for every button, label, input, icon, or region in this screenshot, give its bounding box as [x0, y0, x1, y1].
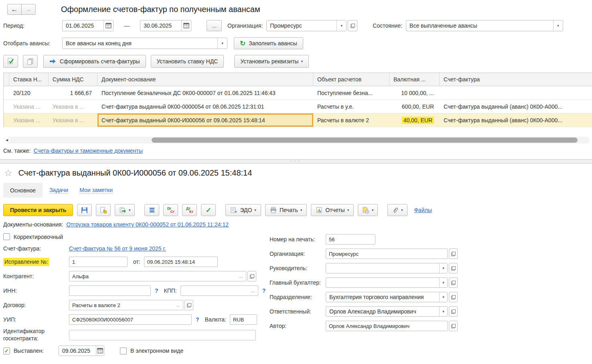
uip-input[interactable]: СФ25060К00И000056007	[69, 314, 192, 325]
favorite-star-icon[interactable]: ☆	[4, 168, 12, 178]
copy-pages-button[interactable]	[23, 55, 38, 68]
set-vat-rate-button[interactable]: Установить ставку НДС	[151, 55, 224, 68]
col-doc[interactable]: Документ-основание	[97, 73, 313, 86]
choose-icon[interactable]: ...	[237, 273, 243, 279]
manager-select[interactable]: ▾	[326, 263, 448, 273]
period-from-field[interactable]: 01.06.2025	[62, 20, 114, 31]
scrollbar-thumb[interactable]	[152, 138, 578, 143]
choose-icon[interactable]: ...	[174, 302, 180, 308]
reports-button[interactable]: Отчеты ▾	[311, 204, 354, 216]
kpp-input[interactable]: ...	[180, 285, 258, 296]
periodic-documents-button[interactable]: ▾	[358, 204, 378, 216]
cell-invoice[interactable]: Счет-фактура выданный (аванс) 0К00-А000.…	[440, 100, 592, 113]
col-object[interactable]: Объект расчетов	[313, 73, 389, 86]
cell-currency[interactable]: 10 000,00, ...	[389, 86, 440, 99]
author-open-button[interactable]	[449, 321, 458, 331]
state-select[interactable]: Все выплаченные авансы ▾	[406, 20, 563, 31]
register-records-button[interactable]	[144, 204, 159, 216]
contract-input[interactable]: Расчеты в валюте 2 ...	[69, 300, 183, 310]
fill-advances-button[interactable]: ↻ Заполнить авансы	[234, 37, 303, 49]
cell-vat[interactable]: Указана в ...	[49, 100, 97, 113]
organization-open-button[interactable]	[348, 20, 357, 31]
organization-select[interactable]: Промресурс ▾	[266, 20, 347, 31]
organization-value[interactable]: Промресурс	[267, 20, 337, 31]
chevron-down-icon[interactable]: ▾	[553, 20, 563, 31]
issued-checkbox[interactable]: ✓	[3, 348, 10, 354]
department-select[interactable]: Бухгалтерия торгового направления ▾	[326, 292, 448, 302]
help-icon[interactable]: ?	[155, 287, 158, 294]
cell-object[interactable]: Расчеты в у.е.	[313, 100, 389, 113]
help-icon[interactable]: ?	[196, 316, 199, 323]
print-button[interactable]: Печать ▾	[265, 204, 307, 216]
table-row[interactable]: 20/120 1 666,67 Поступление безналичных …	[4, 86, 592, 100]
revision-number-input[interactable]: 1	[69, 257, 128, 267]
selected-cell[interactable]: Счет-фактура выданный 0К00-И000056 от 09…	[97, 113, 313, 127]
pane-splitter[interactable]: ···	[0, 159, 592, 164]
drcr-button[interactable]: DrCr	[163, 204, 178, 216]
col-vat[interactable]: Сумма НДС	[49, 73, 97, 86]
mark-selected-button[interactable]	[3, 55, 18, 68]
manager-open-button[interactable]	[449, 263, 458, 273]
chevron-down-icon[interactable]: ▾	[439, 292, 447, 302]
calendar-button[interactable]	[103, 20, 113, 31]
manager-value[interactable]	[326, 263, 439, 273]
table-row[interactable]: Указана ... Указана в ... Счет-фактура в…	[4, 100, 592, 113]
cell-invoice[interactable]: Счет-фактура выданный (аванс) 0К00-А000.…	[440, 113, 592, 127]
period-from-value[interactable]: 01.06.2025	[63, 20, 103, 31]
responsible-open-button[interactable]	[449, 306, 458, 317]
cell-invoice[interactable]	[440, 86, 592, 99]
chief-accountant-value[interactable]	[326, 278, 439, 287]
tab-notes[interactable]: Мои заметки	[79, 187, 113, 194]
cell-vat[interactable]: 1 666,67	[49, 86, 97, 99]
cell-currency[interactable]: 40,00, EUR	[389, 113, 440, 127]
chevron-down-icon[interactable]: ▾	[337, 20, 346, 31]
cell-doc[interactable]: Поступление безналичных ДС 0К00-000007 о…	[97, 86, 313, 99]
cell-rate[interactable]: Указана ...	[9, 113, 49, 127]
period-to-value[interactable]: 30.06.2025	[140, 20, 181, 31]
see-also-link[interactable]: Счета-фактуры и таможенные документы	[34, 148, 143, 154]
counterparty-open-button[interactable]	[247, 271, 256, 281]
dtkt-button[interactable]: ДтКт	[182, 204, 197, 216]
gov-contract-input[interactable]	[69, 330, 256, 340]
set-attributes-button[interactable]: Установить реквизиты ▾	[234, 55, 309, 68]
department-value[interactable]: Бухгалтерия торгового направления	[326, 292, 439, 302]
scroll-left-arrow-icon[interactable]: ◀	[4, 137, 10, 143]
col-currency[interactable]: Валютная ...	[389, 73, 440, 86]
chevron-down-icon[interactable]: ▾	[217, 38, 227, 49]
check-button[interactable]: ✓	[201, 204, 216, 216]
author-field[interactable]: Орлов Александр Владимирович	[326, 321, 448, 331]
calendar-button[interactable]	[181, 20, 191, 31]
post-document-button[interactable]	[96, 204, 111, 216]
inn-input[interactable]	[69, 285, 151, 296]
contract-open-button[interactable]	[184, 300, 193, 310]
counterparty-input[interactable]: Альфа ...	[69, 271, 246, 281]
table-row-selected[interactable]: Указана ... Указана в ... Счет-фактура в…	[4, 113, 592, 127]
calendar-button[interactable]	[96, 346, 104, 356]
tab-tasks[interactable]: Задачи	[49, 187, 68, 194]
back-button[interactable]: ←	[7, 4, 22, 15]
state-value[interactable]: Все выплаченные авансы	[406, 20, 553, 31]
chevron-down-icon[interactable]: ▾	[439, 307, 447, 316]
organization-open-button[interactable]	[449, 249, 458, 259]
cell-doc[interactable]: Счет-фактура выданный 0К00-0000054 от 08…	[97, 100, 313, 113]
chief-accountant-select[interactable]: ▾	[326, 277, 448, 288]
electronic-checkbox[interactable]	[120, 348, 127, 354]
print-number-input[interactable]: 56	[326, 234, 375, 245]
invoice-link[interactable]: Счет-фактура № 56 от 9 июня 2025 г.	[69, 245, 166, 252]
create-based-on-button[interactable]: ▾	[115, 204, 135, 216]
col-rate[interactable]: Ставка Н...	[9, 73, 49, 86]
corrective-checkbox[interactable]	[3, 233, 10, 240]
chevron-down-icon[interactable]: ▾	[439, 263, 447, 273]
choose-icon[interactable]: ...	[249, 288, 255, 293]
col-invoice[interactable]: Счет-фактура	[440, 73, 592, 86]
cell-doc-selected[interactable]: Счет-фактура выданный 0К00-И000056 от 09…	[97, 113, 313, 127]
forward-button[interactable]: →	[21, 4, 36, 15]
cell-object[interactable]: Поступление безна...	[313, 86, 389, 99]
tab-main[interactable]: Основное	[3, 183, 43, 198]
responsible-select[interactable]: Орлов Александр Владимирович ▾	[326, 306, 448, 317]
post-and-close-button[interactable]: Провести и закрыть	[3, 204, 73, 216]
organization-field[interactable]: Промресурс	[326, 249, 448, 259]
basis-link[interactable]: Отгрузка товаров клиенту 0К00-000052 от …	[66, 221, 229, 228]
period-more-button[interactable]: ...	[207, 20, 222, 31]
pick-advances-value[interactable]: Все авансы на конец дня	[63, 38, 217, 49]
